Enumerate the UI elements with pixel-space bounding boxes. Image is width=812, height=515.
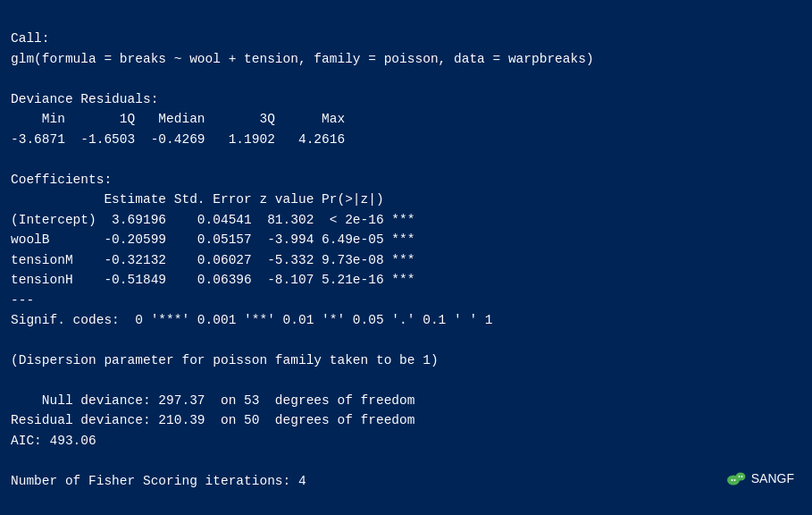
terminal-line: Call: (11, 29, 801, 48)
terminal-line: glm(formula = breaks ~ wool + tension, f… (11, 49, 801, 69)
terminal-line (11, 331, 801, 350)
terminal-line: AIC: 493.06 (11, 431, 801, 451)
terminal-line: Deviance Residuals: (11, 89, 801, 109)
watermark: SANGF (726, 469, 794, 488)
terminal-line (11, 69, 801, 89)
terminal-line: (Dispersion parameter for poisson family… (11, 350, 801, 370)
wechat-icon (726, 469, 746, 488)
terminal-line: Coefficients: (11, 170, 801, 190)
svg-point-3 (733, 479, 735, 481)
terminal-line: Signif. codes: 0 '***' 0.001 '**' 0.01 '… (11, 310, 801, 330)
svg-point-4 (738, 476, 740, 477)
terminal-output: Call:glm(formula = breaks ~ wool + tensi… (0, 0, 812, 515)
terminal-line: (Intercept) 3.69196 0.04541 81.302 < 2e-… (11, 210, 801, 230)
svg-point-5 (741, 476, 742, 477)
svg-point-1 (735, 473, 745, 481)
terminal-line: Min 1Q Median 3Q Max (11, 109, 801, 129)
terminal-line: tensionM -0.32132 0.06027 -5.332 9.73e-0… (11, 250, 801, 270)
terminal-line: Null deviance: 297.37 on 53 degrees of f… (11, 391, 801, 410)
terminal-line (11, 149, 801, 169)
terminal-line (11, 451, 801, 470)
svg-point-2 (731, 479, 732, 481)
terminal-line: -3.6871 -1.6503 -0.4269 1.1902 4.2616 (11, 130, 801, 149)
terminal-line: Estimate Std. Error z value Pr(>|z|) (11, 190, 801, 209)
terminal-line: Residual deviance: 210.39 on 50 degrees … (11, 410, 801, 430)
terminal-line: tensionH -0.51849 0.06396 -8.107 5.21e-1… (11, 270, 801, 290)
terminal-line: Number of Fisher Scoring iterations: 4 (11, 471, 801, 491)
terminal-line: woolB -0.20599 0.05157 -3.994 6.49e-05 *… (11, 230, 801, 249)
terminal-line (11, 370, 801, 390)
terminal-line: --- (11, 291, 801, 310)
watermark-label: SANGF (751, 471, 794, 485)
